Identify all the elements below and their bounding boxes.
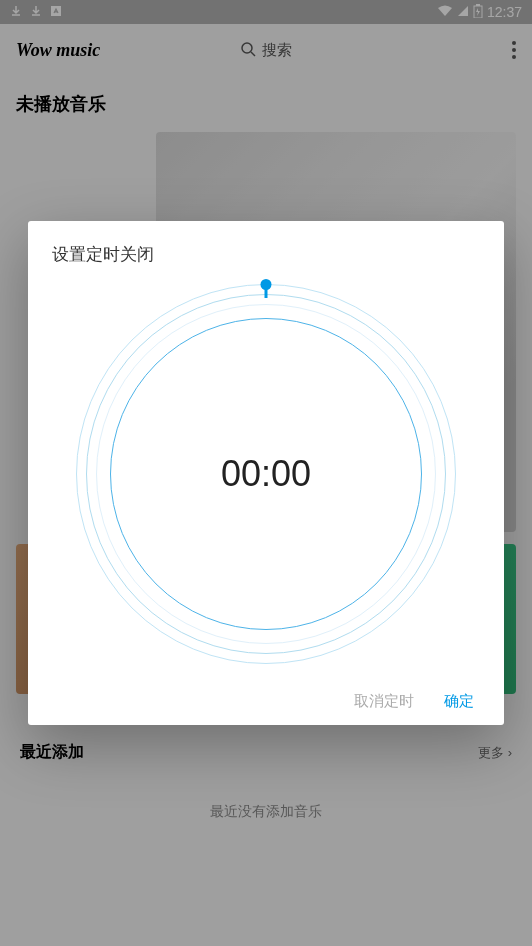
modal-overlay[interactable]: 设置定时关闭 00:00 取消定时 确定 <box>0 0 532 946</box>
timer-value: 00:00 <box>221 453 311 495</box>
timer-dialog: 设置定时关闭 00:00 取消定时 确定 <box>28 221 504 725</box>
timer-wheel[interactable]: 00:00 <box>76 284 456 664</box>
dialog-title: 设置定时关闭 <box>52 243 480 266</box>
dialog-actions: 取消定时 确定 <box>52 692 480 711</box>
timer-handle[interactable] <box>261 279 272 290</box>
cancel-timer-button[interactable]: 取消定时 <box>354 692 414 711</box>
confirm-button[interactable]: 确定 <box>444 692 474 711</box>
